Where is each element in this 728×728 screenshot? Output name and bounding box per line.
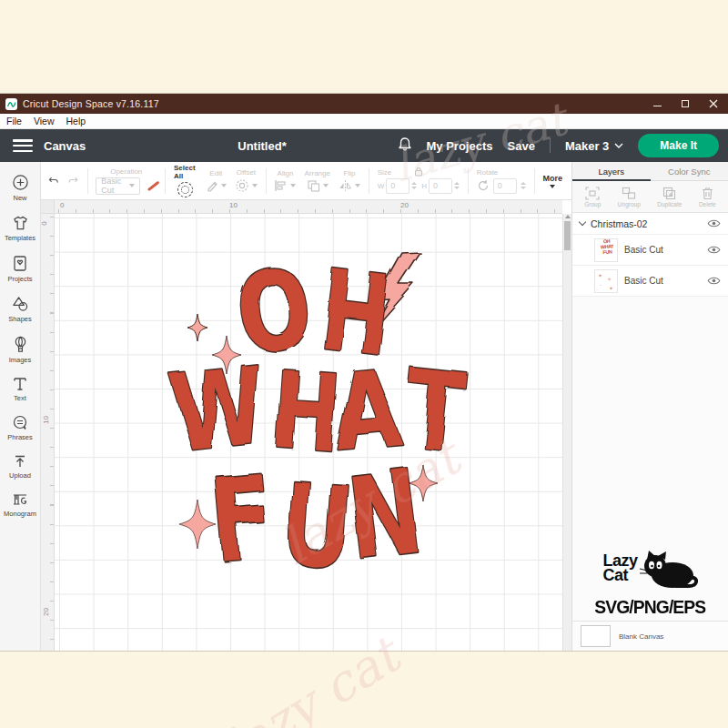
- visibility-eye-icon[interactable]: [707, 218, 721, 228]
- layer-row-sparkles[interactable]: ✦ ✧ · ✦ · Basic Cut: [572, 266, 728, 297]
- machine-selector[interactable]: Maker 3: [565, 139, 623, 153]
- project-badge-icon: [13, 255, 27, 272]
- edit-menu-button[interactable]: Edit: [206, 169, 227, 193]
- sidebar-item-upload[interactable]: Upload: [0, 448, 40, 486]
- visibility-eye-icon[interactable]: [707, 276, 721, 286]
- caret-down-icon: [550, 185, 555, 188]
- blank-canvas-label: Blank Canvas: [619, 632, 663, 641]
- v-ruler-tick: 0: [40, 221, 48, 225]
- delete-button[interactable]: Delete: [699, 187, 716, 207]
- chevron-down-icon: [614, 143, 623, 148]
- save-link[interactable]: Save: [508, 139, 535, 153]
- menu-help[interactable]: Help: [66, 116, 86, 126]
- canvas-scrollbar[interactable]: [562, 214, 571, 651]
- layer-row-text[interactable]: OH WHAT FUN Basic Cut: [572, 235, 728, 266]
- tab-color-sync[interactable]: Color Sync: [651, 162, 728, 180]
- sidebar-item-text[interactable]: Text: [0, 370, 40, 409]
- layer-thumbnail: ✦ ✧ · ✦ ·: [594, 269, 618, 293]
- lock-icon[interactable]: [414, 167, 423, 177]
- sidebar-item-shapes[interactable]: Shapes: [0, 289, 40, 329]
- select-all-label: Select All: [174, 164, 197, 180]
- blank-canvas-row[interactable]: Blank Canvas: [572, 621, 728, 651]
- sidebar-item-monogram[interactable]: Monogram: [0, 486, 40, 524]
- sidebar-item-new[interactable]: New: [0, 167, 40, 208]
- sidebar-label: Shapes: [8, 315, 31, 323]
- toolbar-divider: [468, 168, 469, 194]
- h-ruler-tick: 0: [60, 201, 64, 209]
- width-stepper[interactable]: [411, 182, 417, 189]
- shapes-icon: [12, 296, 29, 312]
- page-background: Cricut Design Space v7.16.117 File View …: [0, 0, 728, 728]
- lazy-cat-branding: Lazy Cat: [572, 549, 728, 618]
- sidebar-item-phrases[interactable]: Phrases: [0, 409, 40, 448]
- scroll-up-icon[interactable]: [565, 215, 571, 218]
- tab-layers[interactable]: Layers: [572, 162, 651, 180]
- make-it-button[interactable]: Make It: [638, 134, 719, 157]
- sidebar-label: Text: [14, 394, 26, 402]
- operation-dropdown[interactable]: Basic Cut: [96, 177, 139, 195]
- menubar: File View Help: [0, 114, 728, 129]
- ungroup-button[interactable]: Ungroup: [618, 187, 641, 207]
- rotate-input[interactable]: 0: [493, 178, 517, 194]
- scrollbar-thumb[interactable]: [564, 221, 571, 250]
- navbar: Canvas Untitled* My Projects Save Maker …: [0, 129, 728, 162]
- height-input[interactable]: 0: [429, 178, 452, 194]
- rotate-stepper[interactable]: [521, 182, 526, 189]
- visibility-eye-icon[interactable]: [707, 245, 721, 255]
- trash-icon: [702, 187, 713, 200]
- horizontal-ruler: 0 10 20: [55, 200, 562, 214]
- width-input[interactable]: 0: [386, 178, 410, 194]
- layer-thumbnail: OH WHAT FUN: [594, 238, 618, 262]
- window-title: Cricut Design Space v7.16.117: [23, 98, 159, 109]
- size-label: Size: [378, 168, 392, 177]
- black-cat-icon: [638, 549, 698, 592]
- balloon-icon: [14, 336, 27, 353]
- minimize-button[interactable]: [652, 98, 662, 109]
- menu-view[interactable]: View: [34, 116, 55, 126]
- brand-name-line2: Cat: [602, 569, 637, 583]
- close-button[interactable]: [708, 98, 719, 109]
- group-label: Group: [584, 201, 601, 207]
- chevron-down-icon[interactable]: [579, 218, 586, 226]
- upload-arrow-icon: [13, 454, 27, 469]
- sidebar-item-templates[interactable]: Templates: [0, 208, 40, 248]
- machine-name: Maker 3: [565, 139, 609, 153]
- undo-icon[interactable]: [48, 174, 59, 187]
- offset-menu-button[interactable]: Offset: [235, 168, 258, 193]
- sidebar-item-images[interactable]: Images: [0, 329, 40, 370]
- design-canvas[interactable]: [55, 214, 562, 651]
- brand-formats: SVG/PNG/EPS: [595, 596, 706, 618]
- toolbar-divider: [165, 168, 166, 194]
- sidebar-label: New: [13, 194, 26, 202]
- align-menu-button[interactable]: Align: [274, 169, 296, 192]
- cricut-logo-icon: [5, 98, 17, 110]
- caret-down-icon: [252, 184, 258, 187]
- sidebar-label: Monogram: [4, 510, 36, 518]
- layer-group-row[interactable]: Christmas-02: [572, 213, 728, 235]
- sidebar-item-projects[interactable]: Projects: [0, 248, 40, 289]
- flip-menu-button[interactable]: Flip: [339, 169, 360, 192]
- blank-canvas-swatch[interactable]: [581, 625, 611, 647]
- select-all-button[interactable]: Select All: [174, 164, 197, 197]
- menu-file[interactable]: File: [6, 116, 22, 126]
- hamburger-menu-icon[interactable]: [13, 139, 33, 152]
- document-title[interactable]: Untitled*: [238, 139, 286, 153]
- more-label: More: [542, 174, 562, 183]
- group-button[interactable]: Group: [584, 187, 601, 207]
- redo-icon[interactable]: [67, 174, 78, 187]
- caret-down-icon: [323, 184, 329, 187]
- more-menu-button[interactable]: More: [542, 174, 562, 188]
- maximize-button[interactable]: [680, 98, 691, 109]
- arrange-menu-button[interactable]: Arrange: [304, 169, 329, 192]
- my-projects-link[interactable]: My Projects: [427, 139, 493, 153]
- duplicate-icon: [662, 187, 676, 200]
- nav-canvas-label[interactable]: Canvas: [44, 139, 86, 153]
- layer-name: Basic Cut: [624, 276, 663, 286]
- workspace: Operation Basic Cut Select All: [41, 162, 571, 651]
- height-stepper[interactable]: [454, 182, 460, 189]
- layer-group-name: Christmas-02: [591, 218, 647, 229]
- duplicate-button[interactable]: Duplicate: [657, 187, 682, 207]
- notifications-bell-icon[interactable]: [398, 136, 412, 156]
- cut-color-swatch[interactable]: [145, 178, 157, 193]
- align-label: Align: [278, 169, 294, 177]
